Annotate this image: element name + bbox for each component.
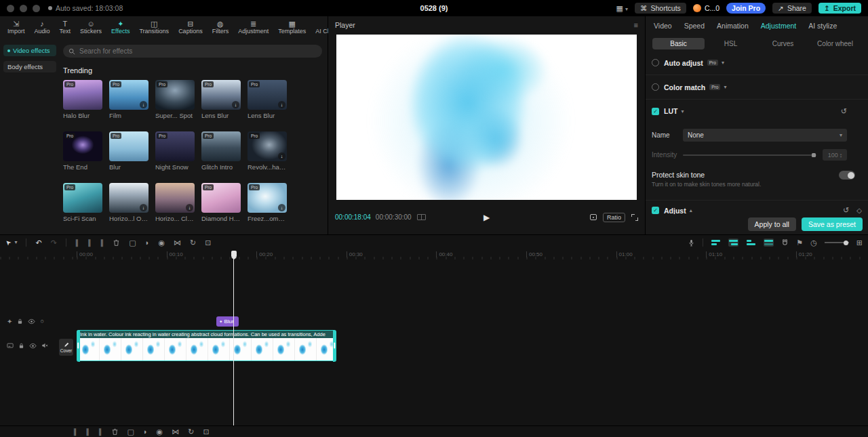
auto-adjust-checkbox[interactable] xyxy=(652,59,659,66)
media-tab-audio[interactable]: ♪Audio xyxy=(30,20,55,35)
effect-card[interactable]: Pro↓Revolv...hake 2 xyxy=(248,131,287,171)
effect-card[interactable]: ProBlur xyxy=(109,131,149,171)
delete-left-icon[interactable]: ∥ xyxy=(86,428,90,436)
freeze-icon[interactable]: ▢ xyxy=(127,428,134,436)
color-match-checkbox[interactable] xyxy=(652,83,659,91)
eye-icon[interactable] xyxy=(29,342,37,350)
tab-ai-stylize[interactable]: AI stylize xyxy=(808,22,837,30)
rotate-icon[interactable]: ↻ xyxy=(188,428,194,436)
crop-icon[interactable]: ⊡ xyxy=(203,428,209,436)
effect-thumbnail[interactable]: Pro xyxy=(63,80,102,110)
clip-trim-left-handle[interactable] xyxy=(77,330,80,362)
effect-card[interactable]: ProDiamond Halo xyxy=(201,183,241,222)
effect-card[interactable]: ProSuper... Spot xyxy=(155,80,195,119)
zoom-window-icon[interactable] xyxy=(33,5,40,12)
preview-range-icon[interactable]: ◷ xyxy=(810,238,817,247)
subtab-color-wheel[interactable]: Color wheel xyxy=(809,38,861,49)
delete-right-icon[interactable]: ∥ xyxy=(100,238,104,247)
timeline-ruler[interactable]: 00:0000:1000:2000:3000:4000:5001:0001:10… xyxy=(0,250,868,259)
tab-adjustment[interactable]: Adjustment xyxy=(761,22,797,30)
mask-icon[interactable]: ◗ xyxy=(145,238,150,247)
download-icon[interactable]: ↓ xyxy=(140,101,147,108)
stabilize-icon[interactable]: ◉ xyxy=(158,238,165,247)
effect-thumbnail[interactable]: Pro xyxy=(201,183,241,213)
mask-icon[interactable]: ◗ xyxy=(143,428,148,436)
apply-to-all-button[interactable]: Apply to all xyxy=(748,217,796,231)
frame-view-icon[interactable] xyxy=(417,214,426,220)
tab-video[interactable]: Video xyxy=(654,22,672,30)
effect-thumbnail[interactable]: Pro xyxy=(155,131,195,161)
effect-card[interactable]: Pro↓Film xyxy=(109,80,149,119)
media-tab-stickers[interactable]: ☺Stickers xyxy=(75,20,106,35)
effect-card[interactable]: ProThe End xyxy=(63,131,102,171)
delete-left-icon[interactable]: ∥ xyxy=(87,238,92,247)
effect-card[interactable]: ↓Horizo...l Open xyxy=(109,183,149,222)
color-match-row[interactable]: Color match Pro ▾ xyxy=(646,75,868,100)
workspace-grid-icon[interactable]: ▦ ▾ xyxy=(616,4,628,13)
mute-icon[interactable] xyxy=(41,342,48,349)
effect-card[interactable]: ProSci-Fi Scan xyxy=(63,183,102,222)
media-tab-text[interactable]: TText xyxy=(55,20,76,35)
intensity-slider[interactable] xyxy=(683,150,816,159)
download-icon[interactable]: ↓ xyxy=(140,204,147,211)
effect-thumbnail[interactable]: Pro↓ xyxy=(248,80,287,110)
track-linkage-icon[interactable] xyxy=(746,238,756,247)
category-body-effects[interactable]: Body effects xyxy=(3,61,56,72)
effect-card[interactable]: Pro↓Lens Blur xyxy=(201,80,241,119)
download-icon[interactable]: ↓ xyxy=(278,204,285,211)
select-tool-icon[interactable]: ➤ xyxy=(3,238,13,247)
adjust-checkbox[interactable]: ✓ xyxy=(652,207,659,214)
effect-thumbnail[interactable]: Pro↓ xyxy=(248,183,287,213)
effect-thumbnail[interactable]: Pro xyxy=(109,131,149,161)
save-as-preset-button[interactable]: Save as preset xyxy=(802,217,863,231)
effect-thumbnail[interactable]: ↓ xyxy=(109,183,149,213)
zoom-slider-knob[interactable] xyxy=(844,241,848,245)
snapshot-icon[interactable] xyxy=(590,214,597,220)
tab-speed[interactable]: Speed xyxy=(684,22,705,30)
track-autoselect-icon[interactable] xyxy=(728,238,738,247)
mirror-icon[interactable]: ⋈ xyxy=(172,428,179,436)
fit-timeline-icon[interactable]: ⊞ xyxy=(856,238,863,247)
undo-icon[interactable]: ↶ xyxy=(35,238,41,247)
lock-icon[interactable] xyxy=(18,343,24,349)
tab-animation[interactable]: Animation xyxy=(717,22,749,30)
effect-card[interactable]: Pro↓Lens Blur xyxy=(248,80,287,119)
delete-right-icon[interactable]: ∥ xyxy=(98,428,102,436)
delete-icon[interactable] xyxy=(113,239,120,247)
media-tab-effects[interactable]: ✦Effects xyxy=(106,20,134,35)
effect-card[interactable]: ProGlitch Intro xyxy=(201,131,241,171)
timeline-tracks[interactable]: ✦ ○ ✦ Blur Cover Ink in water. Colour xyxy=(0,259,868,425)
download-icon[interactable]: ↓ xyxy=(278,101,285,108)
share-button[interactable]: ↗ Share xyxy=(772,3,812,14)
effect-thumbnail[interactable]: Pro xyxy=(155,80,195,110)
shortcuts-button[interactable]: ⌘ Shortcuts xyxy=(635,3,686,14)
effect-thumbnail[interactable]: ↓ xyxy=(155,183,195,213)
keyframe-diamond-icon[interactable]: ◇ xyxy=(856,207,862,214)
split-icon[interactable]: ∥ xyxy=(73,428,77,436)
intensity-value-box[interactable]: 100 ▴▾ xyxy=(823,149,847,161)
eye-icon[interactable] xyxy=(28,318,35,325)
clip-trim-right-handle[interactable] xyxy=(333,330,336,362)
search-bar[interactable] xyxy=(63,45,322,58)
reset-icon[interactable]: ↺ xyxy=(841,107,847,116)
effect-card[interactable]: ProNight Snow xyxy=(155,131,195,171)
effect-thumbnail[interactable]: Pro↓ xyxy=(201,80,241,110)
download-icon[interactable]: ↓ xyxy=(186,204,193,211)
reset-icon[interactable]: ↺ xyxy=(843,206,849,214)
video-clip[interactable]: Ink in water. Colour ink reacting in wat… xyxy=(77,330,336,361)
lut-checkbox[interactable]: ✓ xyxy=(652,108,659,115)
effect-thumbnail[interactable]: Pro xyxy=(63,131,102,161)
media-tab-templates[interactable]: ▦Templates xyxy=(273,20,311,35)
playhead[interactable] xyxy=(233,251,234,425)
rotate-icon[interactable]: ↻ xyxy=(190,238,196,247)
effect-clip-blur[interactable]: ✦ Blur xyxy=(216,316,239,327)
close-window-icon[interactable] xyxy=(7,5,14,12)
protect-skin-toggle[interactable] xyxy=(839,171,855,180)
snapping-magnet-icon[interactable] xyxy=(781,239,789,247)
media-tab-filters[interactable]: ◍Filters xyxy=(208,20,234,35)
play-button[interactable]: ▶ xyxy=(484,213,490,222)
join-pro-button[interactable]: Join Pro xyxy=(726,3,766,14)
subtab-hsl[interactable]: HSL xyxy=(705,38,757,49)
crop-icon[interactable]: ⊡ xyxy=(205,238,211,247)
effect-thumbnail[interactable]: Pro↓ xyxy=(248,131,287,161)
